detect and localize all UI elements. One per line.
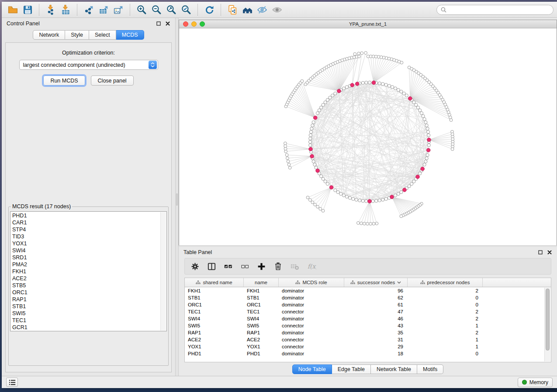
cell-successor-nodes[interactable]: 29 bbox=[344, 344, 408, 349]
mcds-result-item[interactable]: TID3 bbox=[12, 233, 159, 240]
import-table-button[interactable] bbox=[58, 3, 73, 16]
mcds-result-item[interactable]: PMA2 bbox=[12, 261, 159, 268]
graph-node[interactable] bbox=[358, 55, 361, 58]
graph-node[interactable] bbox=[394, 87, 397, 90]
deselect-all-rows-button[interactable] bbox=[238, 260, 251, 273]
graph-node[interactable] bbox=[322, 103, 325, 107]
cell-name[interactable]: STB1 bbox=[244, 295, 279, 300]
mcds-result-item[interactable]: RAP1 bbox=[12, 296, 159, 303]
table-row-RAP1[interactable]: RAP1RAP1dominator352 bbox=[185, 329, 551, 336]
graph-dominator-node[interactable] bbox=[309, 147, 313, 151]
graph-node[interactable] bbox=[425, 124, 428, 127]
cell-shared-name[interactable]: ORC1 bbox=[185, 302, 244, 307]
cell-shared-name[interactable]: ACE2 bbox=[185, 337, 244, 342]
memory-button[interactable]: Memory bbox=[518, 378, 553, 387]
cell-predecessor-nodes[interactable]: 2 bbox=[408, 330, 483, 335]
graph-dominator-node[interactable] bbox=[426, 148, 430, 152]
graph-node[interactable] bbox=[402, 92, 405, 95]
graph-node[interactable] bbox=[408, 185, 411, 188]
graph-node[interactable] bbox=[391, 86, 394, 89]
refresh-view-button[interactable] bbox=[202, 3, 217, 16]
graph-node[interactable] bbox=[360, 222, 363, 225]
search-box[interactable] bbox=[436, 5, 554, 15]
graph-node[interactable] bbox=[322, 177, 325, 180]
graph-node[interactable] bbox=[329, 96, 332, 99]
graph-node[interactable] bbox=[426, 154, 429, 157]
zoom-selected-button[interactable] bbox=[179, 3, 194, 16]
graph-node[interactable] bbox=[357, 52, 360, 55]
mcds-result-item[interactable]: SWI5 bbox=[12, 310, 159, 317]
graph-node[interactable] bbox=[410, 182, 413, 186]
graph-dominator-node[interactable] bbox=[310, 155, 314, 158]
graph-node[interactable] bbox=[316, 112, 319, 115]
cell-name[interactable]: PHD1 bbox=[244, 351, 279, 356]
graph-node[interactable] bbox=[397, 88, 400, 91]
graph-node[interactable] bbox=[365, 199, 368, 203]
graph-node[interactable] bbox=[339, 192, 343, 195]
cell-predecessor-nodes[interactable]: 0 bbox=[408, 351, 483, 356]
graph-node[interactable] bbox=[419, 109, 422, 112]
delete-column-button[interactable] bbox=[271, 260, 284, 273]
zoom-out-button[interactable] bbox=[149, 3, 164, 16]
graph-node[interactable] bbox=[423, 163, 426, 166]
graph-node[interactable] bbox=[310, 127, 313, 130]
zoom-fit-button[interactable] bbox=[164, 3, 179, 16]
graph-node[interactable] bbox=[416, 106, 419, 109]
mcds-result-item[interactable]: ACE2 bbox=[12, 275, 159, 282]
column-header-predecessor-nodes[interactable]: predecessor nodes bbox=[408, 278, 483, 287]
graph-node[interactable] bbox=[345, 86, 348, 89]
graph-node[interactable] bbox=[363, 222, 366, 225]
graph-dominator-node[interactable] bbox=[329, 186, 333, 189]
tab-style[interactable]: Style bbox=[65, 30, 89, 40]
graph-node[interactable] bbox=[426, 131, 429, 134]
graph-node[interactable] bbox=[450, 119, 453, 122]
table-settings-button[interactable] bbox=[188, 260, 201, 273]
graph-node[interactable] bbox=[378, 82, 381, 85]
export-table-button[interactable] bbox=[96, 3, 111, 16]
close-table-panel-icon[interactable] bbox=[547, 250, 552, 255]
cell-MCDS-role[interactable]: dominator bbox=[279, 316, 344, 321]
graph-dominator-node[interactable] bbox=[416, 175, 420, 179]
mcds-result-item[interactable]: YOX1 bbox=[12, 240, 159, 247]
graph-node[interactable] bbox=[316, 205, 319, 208]
run-mcds-button[interactable]: Run MCDS bbox=[43, 76, 85, 86]
graph-dominator-node[interactable] bbox=[355, 82, 359, 86]
network-canvas[interactable] bbox=[179, 28, 557, 245]
column-layout-button[interactable] bbox=[205, 260, 218, 273]
import-network-button[interactable] bbox=[43, 3, 58, 16]
table-row-SWI5[interactable]: SWI5SWI5connector431 bbox=[185, 322, 551, 329]
graph-node[interactable] bbox=[312, 120, 315, 124]
cell-predecessor-nodes[interactable]: 1 bbox=[408, 323, 483, 328]
table-row-SWI4[interactable]: SWI4SWI4dominator462 bbox=[185, 315, 551, 322]
cell-shared-name[interactable]: STB1 bbox=[185, 295, 244, 300]
float-table-panel-icon[interactable] bbox=[538, 250, 543, 255]
graph-node[interactable] bbox=[387, 84, 391, 87]
graph-node[interactable] bbox=[384, 197, 387, 200]
mcds-result-item[interactable]: SWI4 bbox=[12, 247, 159, 254]
graph-node[interactable] bbox=[451, 148, 454, 151]
zoom-in-button[interactable] bbox=[134, 3, 149, 16]
column-header-successor-nodes[interactable]: successor nodes bbox=[344, 278, 408, 287]
cell-MCDS-role[interactable]: dominator bbox=[279, 351, 344, 356]
cell-successor-nodes[interactable]: 46 bbox=[344, 316, 408, 321]
cell-predecessor-nodes[interactable]: 0 bbox=[408, 295, 483, 300]
graph-node[interactable] bbox=[287, 160, 290, 163]
graph-node[interactable] bbox=[394, 194, 397, 197]
table-tab-network-table[interactable]: Network Table bbox=[371, 364, 417, 374]
graph-node[interactable] bbox=[336, 191, 339, 194]
graph-node[interactable] bbox=[313, 163, 316, 166]
table-row-ACE2[interactable]: ACE2ACE2connector311 bbox=[185, 336, 551, 343]
optimization-criterion-select[interactable]: largest connected component (undirected) bbox=[19, 60, 158, 70]
graph-node[interactable] bbox=[342, 87, 345, 90]
graph-node[interactable] bbox=[427, 134, 430, 137]
cell-shared-name[interactable]: RAP1 bbox=[185, 330, 244, 335]
graph-dominator-node[interactable] bbox=[350, 83, 354, 87]
close-window-button[interactable] bbox=[183, 21, 188, 27]
graph-node[interactable] bbox=[342, 194, 345, 197]
table-row-FKH1[interactable]: FKH1FKH1dominator962 bbox=[185, 287, 551, 294]
graph-node[interactable] bbox=[334, 189, 337, 192]
mcds-result-item[interactable]: STB5 bbox=[12, 282, 159, 289]
graph-node[interactable] bbox=[286, 157, 289, 160]
graph-node[interactable] bbox=[326, 98, 329, 101]
graph-node[interactable] bbox=[319, 175, 322, 178]
